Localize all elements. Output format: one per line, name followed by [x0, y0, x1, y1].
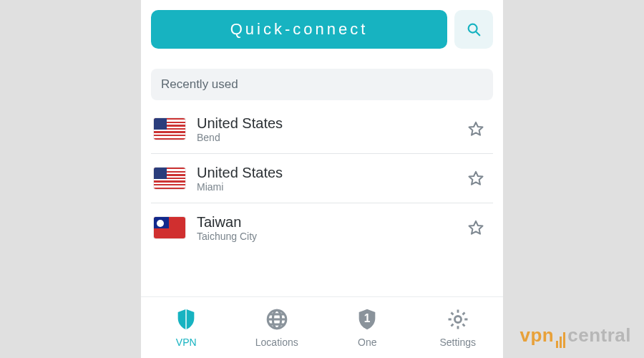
nav-label: VPN: [176, 337, 197, 348]
star-icon: [467, 219, 484, 236]
nav-label: Locations: [255, 337, 298, 348]
flag-icon: [154, 168, 185, 189]
svg-text:1: 1: [364, 312, 371, 324]
svg-line-1: [476, 32, 479, 35]
recent-row[interactable]: United States Bend: [151, 105, 493, 154]
recently-used-header: Recently used: [151, 69, 493, 100]
gear-icon: [446, 307, 470, 334]
nav-item-settings[interactable]: Settings: [413, 297, 504, 358]
app-screen: Quick-connect Recently used United State…: [141, 0, 503, 358]
quick-connect-label: Quick-connect: [230, 20, 369, 39]
globe-icon: [265, 307, 289, 334]
nav-item-vpn[interactable]: VPN: [141, 297, 232, 358]
shield-icon: [174, 307, 198, 334]
country-label: United States: [197, 115, 462, 132]
star-icon: [467, 170, 484, 187]
svg-marker-3: [469, 172, 483, 185]
recently-used-label: Recently used: [161, 77, 238, 91]
star-icon: [467, 120, 484, 137]
search-icon: [466, 21, 482, 37]
row-texts: Taiwan Taichung City: [197, 214, 462, 242]
signal-bars-icon: [555, 326, 566, 348]
svg-point-11: [454, 316, 461, 322]
nav-item-locations[interactable]: Locations: [232, 297, 323, 358]
favorite-button[interactable]: [462, 115, 490, 143]
recent-row[interactable]: Taiwan Taichung City: [151, 203, 493, 252]
nav-label: Settings: [439, 337, 476, 348]
country-label: United States: [197, 165, 462, 181]
search-button[interactable]: [454, 10, 493, 49]
city-label: Bend: [197, 132, 462, 143]
badge-1-icon: 1: [355, 307, 379, 334]
watermark-left: vpn: [520, 324, 555, 346]
watermark-right: central: [567, 324, 631, 346]
flag-icon: [154, 217, 185, 238]
nav-label: One: [358, 337, 376, 348]
row-texts: United States Miami: [197, 165, 462, 193]
favorite-button[interactable]: [462, 164, 490, 193]
svg-marker-2: [469, 122, 483, 135]
country-label: Taiwan: [197, 214, 462, 231]
header-row: Quick-connect: [141, 0, 503, 49]
flag-icon: [154, 118, 185, 140]
row-texts: United States Bend: [197, 115, 462, 143]
watermark: vpncentral: [520, 324, 632, 348]
recent-row[interactable]: United States Miami: [151, 154, 493, 203]
recent-list: United States Bend United States Miami T…: [151, 105, 493, 296]
city-label: Taichung City: [197, 231, 462, 242]
quick-connect-button[interactable]: Quick-connect: [151, 10, 447, 49]
bottom-nav: VPN Locations 1 One Settings: [141, 296, 503, 358]
city-label: Miami: [197, 181, 462, 193]
nav-item-one[interactable]: 1 One: [322, 297, 413, 358]
svg-marker-4: [469, 221, 483, 234]
favorite-button[interactable]: [462, 213, 490, 242]
